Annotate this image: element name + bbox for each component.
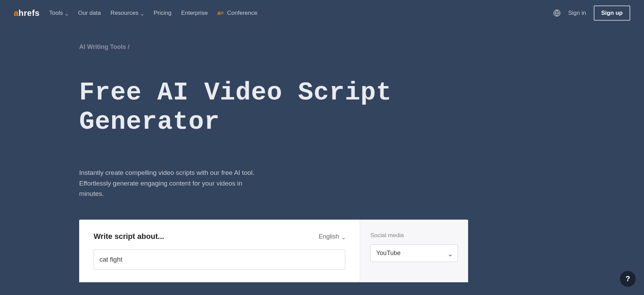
language-value: English <box>319 233 339 240</box>
page-subtitle: Instantly create compelling video script… <box>79 168 262 199</box>
chevron-down-icon <box>65 11 68 15</box>
main-content: AI Writing Tools / Free AI Video Script … <box>0 26 482 282</box>
language-select[interactable]: English <box>319 233 345 240</box>
nav-resources-label: Resources <box>110 10 138 17</box>
nav-conference[interactable]: a≡ Conference <box>218 10 257 17</box>
nav-tools[interactable]: Tools <box>49 10 68 17</box>
chevron-down-icon <box>342 235 345 238</box>
help-button[interactable]: ? <box>620 271 636 287</box>
nav-enterprise-label: Enterprise <box>181 10 208 17</box>
header-right: Sign in Sign up <box>553 6 630 21</box>
form-header: Write script about... English <box>94 232 345 241</box>
nav-our-data-label: Our data <box>78 10 101 17</box>
main-nav: Tools Our data Resources Pricing Enterpr… <box>49 10 543 17</box>
logo[interactable]: ahrefs <box>14 8 40 18</box>
nav-enterprise[interactable]: Enterprise <box>181 10 208 17</box>
topic-label: Write script about... <box>94 232 164 241</box>
nav-pricing-label: Pricing <box>154 10 171 17</box>
page-title: Free AI Video Script Generator <box>79 78 416 137</box>
social-media-label: Social media <box>370 232 458 239</box>
social-media-select[interactable]: YouTube <box>370 244 458 262</box>
nav-our-data[interactable]: Our data <box>78 10 101 17</box>
nav-resources[interactable]: Resources <box>110 10 144 17</box>
breadcrumb[interactable]: AI Writing Tools / <box>79 43 482 51</box>
topic-input[interactable] <box>94 249 345 270</box>
logo-letter-a: a <box>14 8 19 18</box>
globe-icon[interactable] <box>553 9 561 17</box>
chevron-down-icon <box>448 252 452 255</box>
social-media-value: YouTube <box>376 250 401 257</box>
sign-up-button[interactable]: Sign up <box>594 6 630 21</box>
nav-tools-label: Tools <box>49 10 63 17</box>
header: ahrefs Tools Our data Resources Pricing … <box>0 0 644 26</box>
form-main-panel: Write script about... English <box>79 220 360 282</box>
nav-conference-label: Conference <box>227 10 257 17</box>
script-form: Write script about... English Social med… <box>79 220 468 282</box>
sign-in-link[interactable]: Sign in <box>568 10 586 17</box>
chevron-down-icon <box>140 11 144 15</box>
form-side-panel: Social media YouTube <box>360 220 468 282</box>
conference-icon: a≡ <box>218 10 224 16</box>
logo-rest: hrefs <box>19 8 40 18</box>
nav-pricing[interactable]: Pricing <box>154 10 171 17</box>
